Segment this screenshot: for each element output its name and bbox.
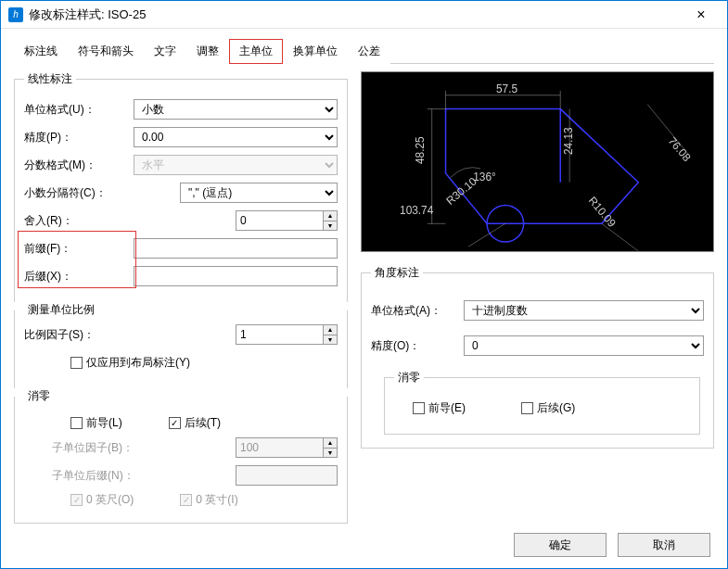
subunit-suffix-label: 子单位后缀(N)： — [52, 468, 161, 484]
ang-precision-label: 精度(O)： — [371, 338, 464, 354]
ang-trailing-label: 后续(G) — [537, 400, 575, 416]
checkbox-icon — [70, 417, 83, 429]
ang-trailing-checkbox[interactable]: 后续(G) — [521, 400, 575, 416]
ang-zero-group: 消零 前导(E) 后续(G) — [384, 370, 700, 435]
leading-label: 前导(L) — [86, 415, 122, 431]
tab-fit[interactable]: 调整 — [186, 39, 229, 64]
zero-feet-label: 0 英尺(O) — [86, 492, 134, 508]
scale-factor-label: 比例因子(S)： — [24, 327, 134, 343]
subunit-factor-label: 子单位因子(B)： — [52, 440, 161, 456]
unit-format-select[interactable]: 小数 — [134, 99, 338, 120]
svg-text:R30.10: R30.10 — [443, 174, 479, 208]
svg-text:R10.09: R10.09 — [586, 194, 619, 230]
precision-select[interactable]: 0.00 — [134, 127, 338, 147]
suffix-input[interactable] — [134, 266, 338, 286]
ang-unit-format-select[interactable]: 十进制度数 — [464, 300, 704, 321]
svg-text:103.74: 103.74 — [400, 204, 434, 217]
cancel-button[interactable]: 取消 — [618, 533, 710, 557]
zero-inch-checkbox: 0 英寸(I) — [180, 492, 237, 508]
tab-alt-units[interactable]: 换算单位 — [283, 39, 348, 64]
svg-text:57.5: 57.5 — [496, 82, 517, 95]
preview-pane: 57.5 48.25 24.13 136° R30.10 R10.09 76.0… — [361, 71, 714, 252]
spin-down-icon: ▼ — [324, 449, 337, 458]
subunit-factor-spinner: ▲▼ — [236, 437, 338, 458]
checkbox-icon — [413, 402, 425, 414]
spin-up-icon[interactable]: ▲ — [324, 211, 337, 221]
unit-format-label: 单位格式(U)： — [24, 102, 134, 118]
apply-layout-checkbox[interactable]: 仅应用到布局标注(Y) — [70, 355, 190, 371]
fraction-select: 水平 — [134, 155, 338, 175]
checkbox-icon — [521, 402, 533, 414]
tab-dimlines[interactable]: 标注线 — [14, 39, 68, 64]
zero-legend: 消零 — [24, 388, 54, 404]
spin-down-icon[interactable]: ▼ — [324, 335, 337, 345]
scale-group: 测量单位比例 比例因子(S)： ▲▼ 仅应用到布 — [14, 302, 348, 388]
tab-bar: 标注线 符号和箭头 文字 调整 主单位 换算单位 公差 — [14, 38, 714, 64]
zero-suppress-group: 消零 前导(L) 后续(T) 子单位因子(B)： — [14, 388, 348, 524]
zero-feet-checkbox: 0 英尺(O) — [70, 492, 134, 508]
spin-up-icon: ▲ — [324, 438, 337, 449]
leading-checkbox[interactable]: 前导(L) — [70, 415, 122, 431]
linear-dim-group: 线性标注 单位格式(U)： 小数 精度(P)： 0.00 分数格式(M)： 水平 — [14, 71, 348, 302]
svg-text:48.25: 48.25 — [414, 136, 427, 164]
fraction-label: 分数格式(M)： — [24, 158, 134, 173]
subunit-suffix-input — [236, 465, 338, 486]
scale-factor-spinner[interactable]: ▲▼ — [236, 324, 338, 345]
close-button[interactable]: × — [683, 6, 720, 23]
spin-up-icon[interactable]: ▲ — [324, 325, 337, 335]
scale-legend: 测量单位比例 — [24, 302, 98, 318]
ang-zero-legend: 消零 — [394, 370, 424, 386]
round-label: 舍入(R)： — [24, 213, 134, 229]
tab-text[interactable]: 文字 — [144, 39, 186, 64]
ang-leading-checkbox[interactable]: 前导(E) — [413, 400, 466, 416]
spin-down-icon[interactable]: ▼ — [324, 221, 337, 231]
zero-inch-label: 0 英寸(I) — [196, 492, 237, 508]
prefix-label: 前缀(F)： — [24, 241, 134, 257]
decimal-sep-select[interactable]: "," (逗点) — [180, 183, 338, 203]
angular-dim-group: 角度标注 单位格式(A)： 十进制度数 精度(O)： 0 消零 — [361, 265, 714, 449]
trailing-checkbox[interactable]: 后续(T) — [169, 415, 221, 431]
round-spinner[interactable]: ▲▼ — [236, 210, 338, 231]
window-title: 修改标注样式: ISO-25 — [29, 6, 683, 23]
prefix-input[interactable] — [134, 238, 338, 259]
scale-factor-input[interactable] — [236, 324, 323, 345]
checkbox-icon — [70, 357, 83, 369]
ang-leading-label: 前导(E) — [428, 400, 466, 416]
checkbox-icon — [70, 494, 83, 506]
svg-text:24.13: 24.13 — [562, 127, 575, 155]
linear-legend: 线性标注 — [24, 71, 76, 87]
trailing-label: 后续(T) — [185, 415, 221, 431]
round-input[interactable] — [236, 210, 323, 231]
angular-legend: 角度标注 — [371, 265, 423, 281]
ang-unit-format-label: 单位格式(A)： — [371, 303, 464, 319]
subunit-factor-input — [236, 437, 323, 458]
tab-tolerance[interactable]: 公差 — [348, 39, 390, 64]
ang-precision-select[interactable]: 0 — [464, 335, 704, 356]
svg-text:76.08: 76.08 — [666, 134, 694, 164]
suffix-label: 后缀(X)： — [24, 269, 134, 284]
tab-primary-units[interactable]: 主单位 — [229, 39, 283, 64]
ok-button[interactable]: 确定 — [514, 533, 607, 557]
tab-symbols-arrows[interactable]: 符号和箭头 — [68, 39, 144, 64]
precision-label: 精度(P)： — [24, 130, 134, 145]
svg-text:136°: 136° — [473, 171, 496, 183]
decimal-sep-label: 小数分隔符(C)： — [24, 185, 134, 201]
apply-layout-label: 仅应用到布局标注(Y) — [86, 355, 190, 371]
checkbox-icon — [169, 417, 181, 429]
app-icon: h — [8, 7, 23, 22]
checkbox-icon — [180, 494, 192, 506]
